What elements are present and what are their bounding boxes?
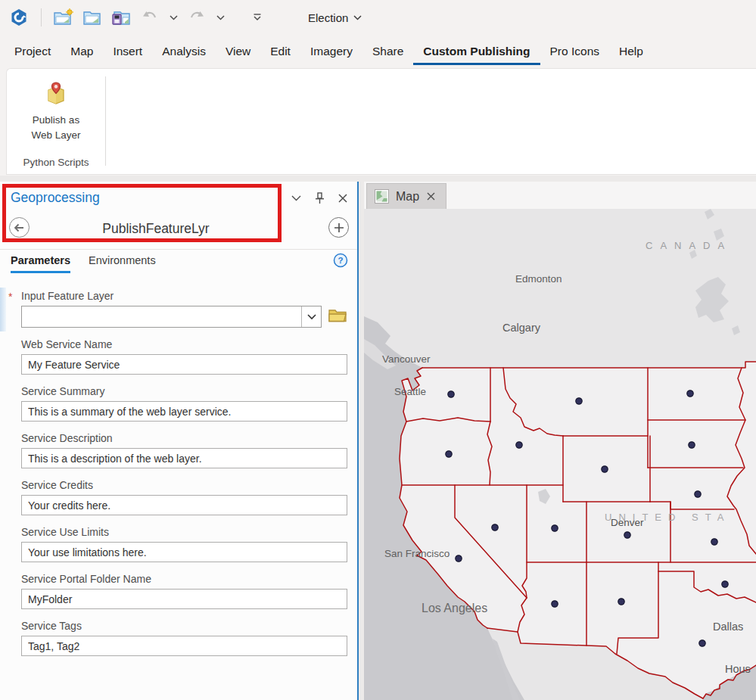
city-label-houston: Hous [725,663,751,675]
tab-environments[interactable]: Environments [89,254,156,273]
add-tool-button[interactable] [328,217,349,238]
tab-project[interactable]: Project [5,38,61,65]
field-label: Service Credits [21,479,347,491]
customize-toolbar-icon[interactable] [244,5,270,30]
field-label: Service Portal Folder Name [21,573,347,585]
state-centroid-dot[interactable] [576,398,582,404]
project-name-label: Election [308,11,348,24]
city-label-san-francisco: San Francisco [384,548,450,559]
back-button[interactable] [9,217,30,238]
tab-map[interactable]: Map [61,38,103,65]
state-centroid-dot[interactable] [456,555,462,562]
tab-help[interactable]: Help [609,38,653,65]
chevron-down-icon [353,15,362,20]
ribbon-tab-bar: Project Map Insert Analysis View Edit Im… [0,35,756,68]
tab-view[interactable]: View [216,38,260,65]
publish-as-web-layer-button[interactable]: Publish as Web Layer [12,78,100,145]
field-input-feature-layer: * Input Feature Layer [21,290,347,328]
service-description-input[interactable] [21,448,347,468]
city-label-seattle: Seattle [394,386,426,397]
tab-pro-icons[interactable]: Pro Icons [540,38,609,65]
field-service-summary: Service Summary [21,385,347,422]
service-credits-input[interactable] [21,495,347,515]
combobox-dropdown-button[interactable] [301,306,321,327]
service-tags-input[interactable] [21,636,347,656]
close-panel-icon[interactable] [336,191,350,205]
toolbar-separator [41,8,42,26]
state-centroid-dot[interactable] [624,532,630,538]
tab-parameters[interactable]: Parameters [11,254,70,273]
panel-title: Geoprocessing [11,190,100,206]
geoprocessing-panel-header: Geoprocessing [0,182,357,250]
field-label: Service Description [21,432,347,444]
undo-icon[interactable] [137,5,163,30]
city-label-calgary: Calgary [502,322,541,334]
tab-edit[interactable]: Edit [260,38,300,65]
required-field-highlight [0,288,6,331]
redo-icon[interactable] [184,5,210,30]
publish-button-label-line1: Publish as [31,113,80,128]
close-map-tab-icon[interactable] [426,191,436,201]
city-label-los-angeles: Los Angeles [422,602,487,614]
field-service-portal-folder-name: Service Portal Folder Name [21,573,347,609]
map-view-tab[interactable]: Map [366,183,446,209]
chevron-down-icon [307,314,316,320]
state-centroid-dot[interactable] [695,491,701,497]
parameters-form: * Input Feature Layer [0,278,357,700]
map-view: Map [364,182,756,700]
state-centroid-dot[interactable] [446,451,452,457]
state-centroid-dot[interactable] [552,601,558,607]
map-canvas[interactable]: CANADAUNITED STAEdmontonCalgaryVancouver… [364,209,756,700]
field-label: Web Service Name [21,338,347,350]
service-use-limits-input[interactable] [21,542,347,562]
tab-analysis[interactable]: Analysis [152,38,216,65]
help-icon[interactable]: ? [333,253,348,268]
map-thumbnail-icon [375,189,389,204]
state-centroid-dot[interactable] [699,640,705,646]
new-project-icon[interactable] [51,5,76,30]
state-centroid-dot[interactable] [448,391,454,397]
input-feature-layer-combobox[interactable] [21,306,322,328]
publish-button-label-line2: Web Layer [31,128,80,143]
tab-custom-publishing[interactable]: Custom Publishing [413,38,540,65]
field-web-service-name: Web Service Name [21,338,347,375]
python-scripts-group: Publish as Web Layer Python Scripts [7,69,105,174]
tab-share[interactable]: Share [362,38,413,65]
state-centroid-dot[interactable] [552,525,558,531]
undo-dropdown-icon[interactable] [166,5,181,30]
project-name-dropdown[interactable]: Election [308,11,362,24]
app-logo-icon[interactable] [6,5,32,30]
field-service-credits: Service Credits [21,479,347,515]
state-centroid-dot[interactable] [711,539,717,545]
country-label-canada: CANADA [646,240,732,251]
city-label-dallas: Dallas [713,621,743,633]
state-centroid-dot[interactable] [602,466,608,472]
geoprocessing-panel: Geoprocessing [0,182,359,700]
field-label: Input Feature Layer [21,290,347,302]
state-centroid-dot[interactable] [687,390,693,397]
parameter-tab-bar: Parameters Environments [11,254,156,273]
state-centroid-dot[interactable] [618,599,624,605]
browse-folder-icon[interactable] [328,308,347,325]
save-project-icon[interactable] [108,5,134,30]
arcgis-pro-window: Election Project Map Insert Analysis Vie… [0,0,756,700]
state-centroid-dot[interactable] [516,442,522,448]
service-summary-input[interactable] [21,401,347,422]
state-centroid-dot[interactable] [492,524,498,530]
ribbon-group-divider [105,76,106,166]
tab-insert[interactable]: Insert [103,38,152,65]
field-service-description: Service Description [21,432,347,468]
field-label: Service Use Limits [21,526,347,538]
city-label-edmonton: Edmonton [515,273,562,285]
pin-icon[interactable] [313,191,326,205]
state-centroid-dot[interactable] [689,442,695,448]
state-centroid-dot[interactable] [722,581,728,587]
service-portal-folder-input[interactable] [21,589,347,609]
field-service-use-limits: Service Use Limits [21,526,347,562]
open-project-icon[interactable] [79,5,105,30]
ribbon-content: Publish as Web Layer Python Scripts [6,68,756,175]
tab-imagery[interactable]: Imagery [300,38,362,65]
redo-dropdown-icon[interactable] [213,5,228,30]
panel-menu-chevron-icon[interactable] [289,191,303,205]
web-service-name-input[interactable] [21,354,347,375]
